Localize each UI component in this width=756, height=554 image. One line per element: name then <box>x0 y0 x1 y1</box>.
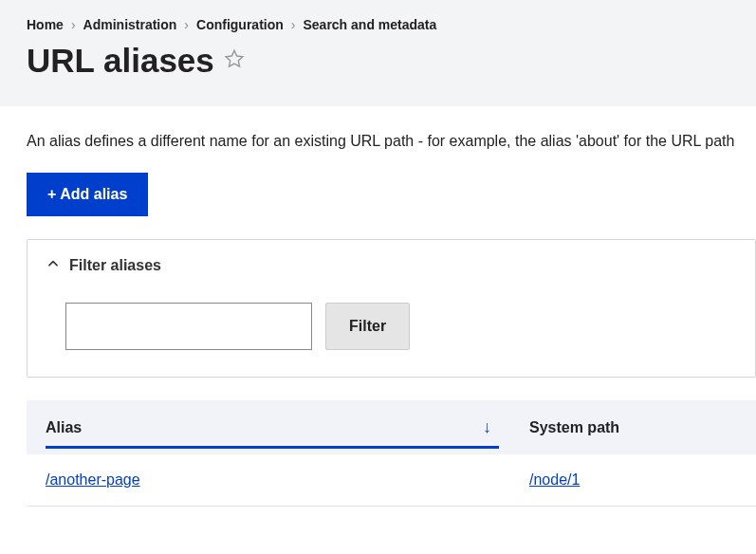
alias-table: Alias ↓ System path /another-page /node/… <box>27 400 756 507</box>
col-header-system-path[interactable]: System path <box>510 400 756 454</box>
col-header-alias[interactable]: Alias ↓ <box>27 400 510 454</box>
system-path-link[interactable]: /node/1 <box>529 471 580 488</box>
filter-input[interactable] <box>65 303 312 350</box>
chevron-up-icon <box>46 257 60 274</box>
page-title: URL aliases <box>27 42 214 80</box>
col-header-system-path-label: System path <box>529 419 619 435</box>
filter-panel: Filter aliases Filter <box>27 239 756 378</box>
alias-link[interactable]: /another-page <box>46 471 140 488</box>
table-row: /another-page /node/1 <box>27 454 756 507</box>
col-header-alias-label: Alias <box>46 419 82 436</box>
chevron-right-icon: › <box>184 17 189 32</box>
page-description: An alias defines a different name for an… <box>27 133 756 150</box>
breadcrumb-search-metadata[interactable]: Search and metadata <box>303 17 436 32</box>
breadcrumb-configuration[interactable]: Configuration <box>196 17 284 32</box>
star-icon[interactable] <box>224 48 245 73</box>
chevron-right-icon: › <box>291 17 296 32</box>
filter-toggle[interactable]: Filter aliases <box>46 257 736 274</box>
filter-title: Filter aliases <box>69 257 161 274</box>
breadcrumb-administration[interactable]: Administration <box>83 17 177 32</box>
sort-arrow-icon: ↓ <box>483 417 491 437</box>
breadcrumb-home[interactable]: Home <box>27 17 64 32</box>
filter-button[interactable]: Filter <box>325 303 410 350</box>
add-alias-button[interactable]: + Add alias <box>27 173 148 216</box>
breadcrumb: Home › Administration › Configuration › … <box>27 17 729 32</box>
chevron-right-icon: › <box>71 17 76 32</box>
